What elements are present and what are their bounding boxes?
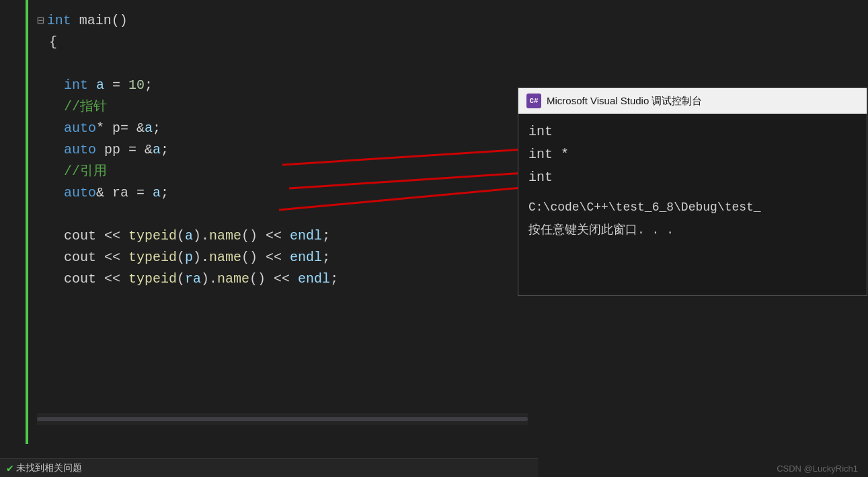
vs-icon: C# [526, 94, 541, 108]
console-title: Microsoft Visual Studio 调试控制台 [547, 95, 702, 108]
line-empty-1 [37, 53, 528, 75]
semi-c3: ; [330, 268, 338, 290]
modified-indicator [26, 0, 28, 444]
arg-a1: a [185, 225, 193, 247]
pp-assign: pp = & [96, 139, 153, 161]
cout3: cout << [64, 268, 128, 290]
line-main-func: ⊟int main() [37, 10, 528, 32]
semi-p: ; [153, 118, 161, 139]
space [88, 75, 96, 96]
kw-auto-ra: auto [64, 182, 96, 204]
vs-console-popup: C# Microsoft Visual Studio 调试控制台 int int… [518, 87, 867, 296]
typeid1: typeid [128, 225, 177, 247]
line-cout-ra: cout << typeid(ra).name() << endl; [37, 268, 528, 290]
semi-ra: ; [161, 182, 169, 204]
watermark-text: CSDN @LuckyRich1 [777, 464, 858, 474]
var-a-ref2: a [153, 139, 161, 161]
endl2: endl [290, 247, 322, 268]
open-brace: { [49, 32, 57, 53]
line-empty-2 [37, 204, 528, 225]
comment-ref: //引用 [64, 161, 107, 182]
paren-a1: ( [177, 225, 185, 247]
main-func-name: main() [71, 10, 128, 32]
cout2: cout << [64, 247, 128, 268]
dot3: ). [201, 268, 217, 290]
dot1: ). [193, 225, 209, 247]
call1: () << [241, 225, 290, 247]
kw-int: int [64, 75, 88, 96]
console-line-2: int * [528, 143, 857, 166]
vs-icon-label: C# [529, 97, 538, 105]
amp-ra: & ra = [96, 182, 153, 204]
paren-ra1: ( [177, 268, 185, 290]
collapse-icon: ⊟ [37, 10, 44, 32]
console-prompt-line: 按任意键关闭此窗口. . . [528, 219, 857, 242]
kw-auto-pp: auto [64, 139, 96, 161]
line-auto-pp: auto pp = &a; [37, 139, 528, 161]
line-comment-pointer: //指针 [37, 96, 528, 118]
keyword-int-main: int [47, 10, 71, 32]
dot2: ). [193, 247, 209, 268]
endl3: endl [298, 268, 330, 290]
status-bar: ✔ 未找到相关问题 [0, 458, 538, 477]
arg-p: p [185, 247, 193, 268]
line-cout-p: cout << typeid(p).name() << endl; [37, 247, 528, 268]
code-lines: ⊟int main() { int a = 10; //指针 auto* p= … [37, 10, 528, 290]
var-a-ra: a [153, 182, 161, 204]
line-int-a: int a = 10; [37, 75, 528, 96]
call2: () << [241, 247, 290, 268]
endl1: endl [290, 225, 322, 247]
cout1: cout << [64, 225, 128, 247]
line-comment-ref: //引用 [37, 161, 528, 182]
var-a: a [96, 75, 104, 96]
console-line-3: int [528, 166, 857, 189]
comment-ptr: //指针 [64, 96, 107, 118]
assign-10: = [104, 75, 128, 96]
console-line-1: int [528, 120, 857, 143]
code-editor: ⊟int main() { int a = 10; //指针 auto* p= … [0, 0, 538, 444]
call3: () << [249, 268, 298, 290]
line-cout-a: cout << typeid(a).name() << endl; [37, 225, 528, 247]
check-icon: ✔ [7, 462, 13, 475]
semi-c1: ; [322, 225, 330, 247]
watermark: CSDN @LuckyRich1 [777, 464, 858, 474]
semi-pp: ; [161, 139, 169, 161]
paren-p1: ( [177, 247, 185, 268]
semi-1: ; [145, 75, 153, 96]
name1: name [209, 225, 241, 247]
status-ok-indicator: ✔ 未找到相关问题 [7, 462, 82, 475]
line-open-brace: { [37, 32, 528, 53]
star-p: * p= & [96, 118, 145, 139]
scroll-track [37, 417, 528, 421]
console-titlebar: C# Microsoft Visual Studio 调试控制台 [518, 88, 867, 114]
num-10: 10 [128, 75, 145, 96]
status-label: 未找到相关问题 [16, 462, 82, 474]
console-path-line: C:\code\C++\test_6_8\Debug\test_ [528, 196, 857, 219]
arg-ra: ra [185, 268, 201, 290]
horizontal-scrollbar[interactable] [37, 413, 528, 425]
line-auto-ra: auto& ra = a; [37, 182, 528, 204]
console-output: int int * int C:\code\C++\test_6_8\Debug… [518, 114, 867, 248]
var-a-ref: a [145, 118, 153, 139]
semi-c2: ; [322, 247, 330, 268]
name3: name [217, 268, 249, 290]
line-auto-p: auto* p= &a; [37, 118, 528, 139]
kw-auto-p: auto [64, 118, 96, 139]
typeid3: typeid [128, 268, 177, 290]
name2: name [209, 247, 241, 268]
typeid2: typeid [128, 247, 177, 268]
